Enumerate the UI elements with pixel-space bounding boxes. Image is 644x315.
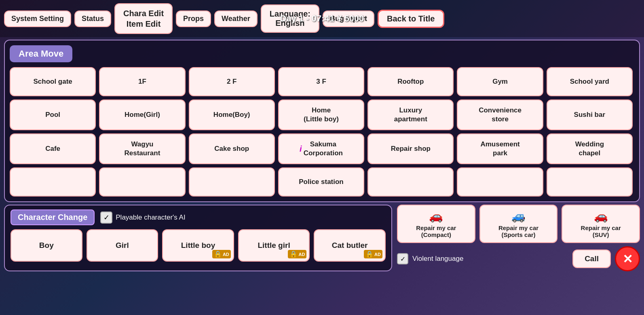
location-amusement-park[interactable]: Amusementpark xyxy=(457,133,543,164)
lock-icon: 🔒 xyxy=(214,250,222,258)
character-boy-button[interactable]: Boy xyxy=(11,229,82,262)
info-icon: i xyxy=(300,144,302,154)
violent-language-label: Violent language xyxy=(412,255,568,263)
repair-sports-car-button[interactable]: 🚙 Repair my car(Sports car) xyxy=(479,205,558,243)
character-little-boy-button[interactable]: Little boy 🔒 AD xyxy=(162,229,234,262)
location-1f[interactable]: 1F xyxy=(99,67,185,96)
repair-compact-button[interactable]: 🚗 Repair my car(Compact) xyxy=(397,205,475,243)
location-wagyu-restaurant[interactable]: WagyuRestaurant xyxy=(99,133,185,164)
location-cafe[interactable]: Cafe xyxy=(10,133,96,164)
location-rooftop[interactable]: Rooftop xyxy=(367,67,454,96)
close-button[interactable]: ✕ xyxy=(615,246,640,271)
location-home-girl[interactable]: Home(Girl) xyxy=(99,99,185,130)
location-3f[interactable]: 3 F xyxy=(278,67,364,96)
ai-checkbox-area: ✓ Playable character's AI xyxy=(100,211,185,224)
day-info: Day 1 - 07:41 ¥ 5000 xyxy=(280,13,364,24)
area-move-label: Area Move xyxy=(10,45,72,62)
character-buttons: Boy Girl Little boy 🔒 AD Little girl 🔒 A… xyxy=(11,229,386,262)
repair-suv-button[interactable]: 🚗 Repair my car(SUV) xyxy=(562,205,640,243)
location-police-station[interactable]: Police station xyxy=(278,167,364,197)
character-girl-label: Girl xyxy=(116,241,129,250)
character-little-girl-button[interactable]: Little girl 🔒 AD xyxy=(238,229,310,262)
bottom-row: ✓ Violent language Call ✕ xyxy=(397,246,640,271)
props-button[interactable]: Props xyxy=(176,11,211,27)
location-home-boy[interactable]: Home(Boy) xyxy=(189,99,275,130)
location-sushi-bar[interactable]: Sushi bar xyxy=(547,99,633,130)
character-girl-button[interactable]: Girl xyxy=(87,229,158,262)
location-sakuma-corporation[interactable]: i SakumaCorporation xyxy=(278,133,364,164)
location-luxury-apartment[interactable]: Luxuryapartment xyxy=(367,99,454,130)
char-header: Character Change ✓ Playable character's … xyxy=(11,209,386,225)
little-girl-ad-badge: 🔒 AD xyxy=(288,250,306,258)
location-row4-1[interactable] xyxy=(10,167,96,197)
location-repair-shop[interactable]: Repair shop xyxy=(367,133,454,164)
location-wedding-chapel[interactable]: Weddingchapel xyxy=(547,133,633,164)
location-home-little-boy[interactable]: Home(Little boy) xyxy=(278,99,364,130)
character-cat-butler-label: Cat butler xyxy=(332,241,368,250)
compact-label: Repair my car(Compact) xyxy=(416,224,456,238)
system-setting-button[interactable]: System Setting xyxy=(4,11,71,27)
location-school-gate[interactable]: School gate xyxy=(10,67,96,96)
location-2f[interactable]: 2 F xyxy=(189,67,275,96)
status-button[interactable]: Status xyxy=(74,11,111,27)
violent-language-checkbox[interactable]: ✓ xyxy=(397,253,408,264)
character-change-label: Character Change xyxy=(11,209,95,225)
location-pool[interactable]: Pool xyxy=(10,99,96,130)
character-cat-butler-button[interactable]: Cat butler 🔒 AD xyxy=(314,229,386,262)
suv-label: Repair my car(SUV) xyxy=(581,224,621,238)
close-icon: ✕ xyxy=(623,252,633,266)
location-row4-3[interactable] xyxy=(189,167,275,197)
weather-button[interactable]: Weather xyxy=(214,11,258,27)
ad-text-3: AD xyxy=(374,252,381,257)
compact-car-icon: 🚗 xyxy=(429,209,443,223)
bottom-section: Character Change ✓ Playable character's … xyxy=(4,205,640,271)
location-convenience-store[interactable]: Conveniencestore xyxy=(457,99,543,130)
lock-icon-3: 🔒 xyxy=(365,250,374,258)
area-grid: School gate 1F 2 F 3 F Rooftop Gym Schoo… xyxy=(10,67,634,197)
location-row4-6[interactable] xyxy=(457,167,543,197)
location-gym[interactable]: Gym xyxy=(457,67,543,96)
location-cake-shop[interactable]: Cake shop xyxy=(189,133,275,164)
location-row4-2[interactable] xyxy=(99,167,185,197)
ai-label: Playable character's AI xyxy=(116,214,185,222)
sports-car-icon: 🚙 xyxy=(511,209,526,223)
lock-icon-2: 🔒 xyxy=(289,250,298,258)
sports-car-label: Repair my car(Sports car) xyxy=(498,224,538,238)
ad-text: AD xyxy=(223,252,229,257)
character-little-girl-label: Little girl xyxy=(258,241,290,250)
ai-checkbox[interactable]: ✓ xyxy=(100,211,112,224)
chara-edit-button[interactable]: Chara EditItem Edit xyxy=(114,3,173,34)
area-move-panel: Area Move School gate 1F 2 F 3 F Rooftop… xyxy=(4,40,640,202)
ad-text-2: AD xyxy=(298,252,305,257)
back-to-title-button[interactable]: Back to Title xyxy=(378,10,444,28)
call-button[interactable]: Call xyxy=(572,249,611,268)
location-school-yard[interactable]: School yard xyxy=(547,67,633,96)
top-bar: Day 1 - 07:41 ¥ 5000 System Setting Stat… xyxy=(0,0,644,37)
character-little-boy-label: Little boy xyxy=(181,241,215,250)
right-panel: 🚗 Repair my car(Compact) 🚙 Repair my car… xyxy=(397,205,640,271)
location-row4-7[interactable] xyxy=(547,167,633,197)
cat-butler-ad-badge: 🔒 AD xyxy=(364,250,382,258)
car-repair-row: 🚗 Repair my car(Compact) 🚙 Repair my car… xyxy=(397,205,640,243)
location-row4-5[interactable] xyxy=(367,167,454,197)
little-boy-ad-badge: 🔒 AD xyxy=(212,250,231,258)
character-boy-label: Boy xyxy=(39,241,54,250)
suv-icon: 🚗 xyxy=(594,209,608,223)
character-change-panel: Character Change ✓ Playable character's … xyxy=(4,205,392,271)
